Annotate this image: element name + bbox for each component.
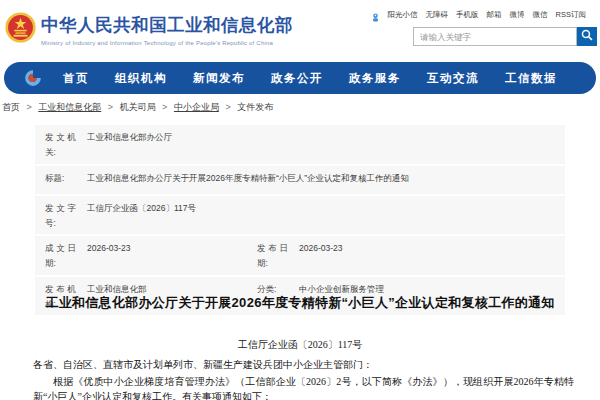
search-input[interactable] (413, 27, 577, 46)
search-icon (580, 28, 594, 45)
breadcrumb-departments[interactable]: 机关司局 (120, 102, 156, 112)
quick-link-weibo[interactable]: 微博 (510, 10, 525, 20)
nav-item-interaction[interactable]: 互动交流 (427, 71, 479, 86)
nav-item-organization[interactable]: 组织机构 (115, 71, 167, 86)
miit-logo-icon (24, 69, 42, 87)
quick-link-wechat[interactable]: 微信 (533, 10, 548, 20)
site-header: 中华人民共和国工业和信息化部 Ministry of Industry and … (0, 0, 600, 60)
assistant-robot-icon (371, 9, 380, 20)
search-button[interactable] (577, 27, 597, 46)
breadcrumb-home[interactable]: 首页 (2, 102, 20, 112)
meta-label: 发文机关: (45, 130, 76, 161)
quick-links: 阳光小信 无障碍 手机版 邮箱 微博 微信 RSS订阅 (371, 9, 586, 20)
site-subtitle: Ministry of Industry and Information Tec… (41, 40, 293, 46)
quick-link-accessibility[interactable]: 无障碍 (426, 10, 449, 20)
meta-value: 工业和信息化部办公厅 (87, 130, 172, 145)
quick-link-assistant[interactable]: 阳光小信 (388, 10, 418, 20)
meta-value: 工信厅企业函〔2026〕117号 (87, 201, 196, 216)
breadcrumb-separator: > (108, 102, 113, 112)
meta-label: 发文字号: (45, 201, 76, 232)
breadcrumb-sme-bureau[interactable]: 中小企业局 (174, 102, 219, 112)
document-meta-table: 发文机关: 工业和信息化部办公厅 标题: 工业和信息化部办公厅关于开展2026年… (35, 125, 565, 315)
quick-link-rss[interactable]: RSS订阅 (556, 10, 586, 20)
document-paragraph-intro: 根据《优质中小企业梯度培育管理办法》（工信部企业〔2026〕2号，以下简称《办法… (33, 374, 574, 400)
meta-row-title: 标题: 工业和信息化部办公厅关于开展2026年度专精特新“小巨人”企业认定和复核… (35, 166, 565, 194)
site-title-block: 中华人民共和国工业和信息化部 Ministry of Industry and … (41, 13, 293, 46)
main-nav: 首页 组织机构 新闻发布 政务公开 政务服务 互动交流 工信数据 (4, 62, 596, 94)
meta-row-issuing-office: 发文机关: 工业和信息化部办公厅 (35, 125, 565, 164)
nav-item-news[interactable]: 新闻发布 (193, 71, 245, 86)
document-body: 各省、自治区、直辖市及计划单列市、新疆生产建设兵团中小企业主管部门： 根据《优质… (33, 357, 574, 400)
document-title: 工业和信息化部办公厅关于开展2026年度专精特新“小巨人”企业认定和复核工作的通… (20, 294, 580, 312)
breadcrumb-separator: > (27, 102, 32, 112)
breadcrumb-separator: > (162, 102, 167, 112)
nav-items: 首页 组织机构 新闻发布 政务公开 政务服务 互动交流 工信数据 (50, 71, 570, 86)
meta-row-doc-number: 发文字号: 工信厅企业函〔2026〕117号 (35, 196, 565, 235)
breadcrumb-current: 文件发布 (237, 102, 273, 112)
meta-value: 工业和信息化部办公厅关于开展2026年度专精特新“小巨人”企业认定和复核工作的通… (87, 171, 409, 186)
nav-item-gov-info[interactable]: 政务公开 (271, 71, 323, 86)
meta-label: 标题: (45, 171, 76, 186)
search-bar (413, 27, 597, 46)
meta-value: 2026-03-23 (299, 241, 342, 256)
miit-portal-page: 中华人民共和国工业和信息化部 Ministry of Industry and … (0, 0, 600, 400)
document-paragraph-salutation: 各省、自治区、直辖市及计划单列市、新疆生产建设兵团中小企业主管部门： (33, 357, 574, 373)
breadcrumb-miit[interactable]: 工业和信息化部 (38, 102, 101, 112)
nav-item-home[interactable]: 首页 (63, 71, 89, 86)
quick-link-mobile[interactable]: 手机版 (456, 10, 479, 20)
breadcrumb: 首页 > 工业和信息化部 > 机关司局 > 中小企业局 > 文件发布 (2, 101, 273, 114)
document-number: 工信厅企业函〔2026〕117号 (0, 338, 600, 352)
breadcrumb-separator: > (225, 102, 230, 112)
nav-item-data[interactable]: 工信数据 (505, 71, 557, 86)
meta-label: 成文日期: (45, 241, 76, 272)
meta-row-dates: 成文日期: 2026-03-23 发布日期: 2026-03-23 (35, 236, 565, 275)
quick-link-mail[interactable]: 邮箱 (487, 10, 502, 20)
site-title: 中华人民共和国工业和信息化部 (41, 13, 293, 37)
national-emblem-icon (5, 12, 36, 43)
nav-item-services[interactable]: 政务服务 (349, 71, 401, 86)
meta-value: 2026-03-23 (87, 241, 130, 256)
meta-label: 发布日期: (257, 241, 288, 272)
